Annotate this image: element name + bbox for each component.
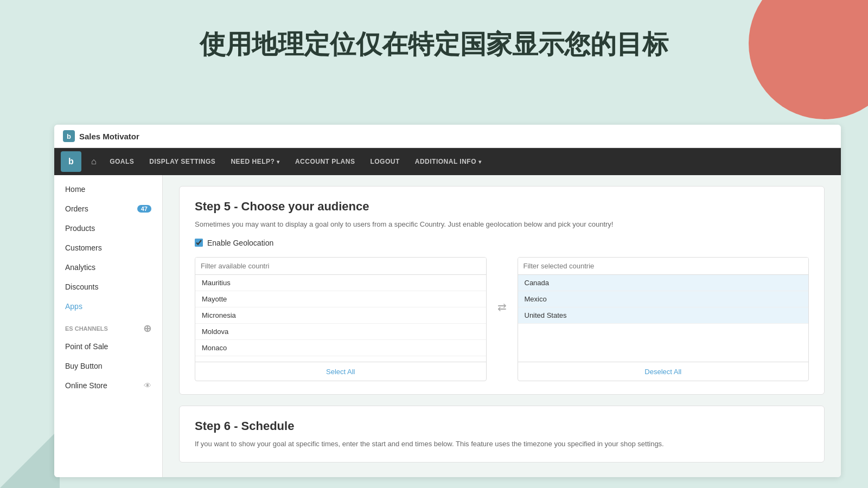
step5-title: Step 5 - Choose your audience: [195, 200, 809, 214]
nav-item-home[interactable]: ⌂: [86, 150, 102, 173]
geo-checkbox[interactable]: [195, 239, 203, 247]
sidebar-item-pos[interactable]: Point of Sale: [54, 337, 162, 356]
step6-title: Step 6 - Schedule: [195, 419, 809, 433]
sidebar-item-analytics[interactable]: Analytics: [54, 258, 162, 277]
sidebar-item-discounts[interactable]: Discounts: [54, 277, 162, 297]
sidebar: Home Orders 47 Products Customers Analyt…: [54, 175, 163, 477]
orders-badge: 47: [137, 205, 151, 213]
step5-card: Step 5 - Choose your audience Sometimes …: [179, 186, 825, 395]
sidebar-item-online-store[interactable]: Online Store 👁: [54, 376, 162, 395]
geo-label: Enable Geolocation: [207, 239, 273, 247]
step5-desc: Sometimes you may want to display a goal…: [195, 219, 809, 230]
nav-item-logout[interactable]: LOGOUT: [362, 151, 407, 172]
step6-card: Step 6 - Schedule If you want to show yo…: [179, 406, 825, 463]
need-help-chevron: ▾: [277, 159, 280, 165]
page-title: 使用地理定位仅在特定国家显示您的目标: [0, 27, 868, 62]
nav-bar: b ⌂ GOALS DISPLAY SETTINGS NEED HELP? ▾ …: [54, 148, 841, 175]
available-country-item[interactable]: Mayotte: [195, 291, 486, 307]
selected-countries-wrapper: CanadaMexicoUnited States Deselect All: [518, 257, 809, 381]
nav-item-display-settings[interactable]: DISPLAY SETTINGS: [142, 151, 223, 172]
selected-country-item[interactable]: Canada: [518, 275, 809, 291]
available-country-item[interactable]: Mauritius: [195, 275, 486, 291]
select-all-button[interactable]: Select All: [326, 368, 355, 376]
sidebar-item-apps[interactable]: Apps: [54, 297, 162, 316]
nav-logo: b: [61, 151, 81, 172]
available-country-list: MauritiusMayotteMicronesiaMoldovaMonacoM…: [195, 275, 486, 362]
main-window: b Sales Motivator b ⌂ GOALS DISPLAY SETT…: [54, 125, 841, 477]
deselect-all-button[interactable]: Deselect All: [644, 368, 681, 376]
available-countries-wrapper: MauritiusMayotteMicronesiaMoldovaMonacoM…: [195, 257, 487, 381]
nav-item-need-help[interactable]: NEED HELP? ▾: [223, 151, 288, 172]
additional-info-chevron: ▾: [478, 159, 482, 165]
app-logo: b: [63, 130, 75, 142]
content-area: Step 5 - Choose your audience Sometimes …: [163, 175, 841, 477]
nav-item-account-plans[interactable]: ACCOUNT PLANS: [288, 151, 363, 172]
transfer-arrows[interactable]: ⇄: [495, 300, 509, 313]
selected-filter-input[interactable]: [518, 258, 809, 275]
add-channel-icon[interactable]: ⊕: [143, 323, 151, 335]
step6-desc: If you want to show your goal at specifi…: [195, 439, 809, 450]
app-name: Sales Motivator: [79, 132, 139, 141]
selected-country-list: CanadaMexicoUnited States: [518, 275, 809, 362]
selected-country-item[interactable]: United States: [518, 307, 809, 324]
online-store-eye-icon: 👁: [144, 381, 151, 390]
sidebar-section-channels: ES CHANNELS ⊕: [54, 316, 162, 337]
sidebar-item-buy-button[interactable]: Buy Button: [54, 356, 162, 376]
sidebar-item-home[interactable]: Home: [54, 179, 162, 199]
nav-item-additional-info[interactable]: ADDITIONAL INFO ▾: [407, 151, 489, 172]
available-country-item[interactable]: Micronesia: [195, 307, 486, 324]
available-filter-input[interactable]: [195, 258, 486, 275]
nav-item-goals[interactable]: GOALS: [102, 151, 142, 172]
geo-row: Enable Geolocation: [195, 239, 809, 247]
country-lists: MauritiusMayotteMicronesiaMoldovaMonacoM…: [195, 257, 809, 381]
available-action-row: Select All: [195, 362, 486, 381]
selected-country-item[interactable]: Mexico: [518, 291, 809, 307]
available-country-item[interactable]: Moldova: [195, 324, 486, 340]
available-country-item[interactable]: Mongolia: [195, 356, 486, 362]
sidebar-item-products[interactable]: Products: [54, 219, 162, 238]
sidebar-item-orders[interactable]: Orders 47: [54, 199, 162, 219]
deco-triangle: [0, 428, 60, 488]
window-header: b Sales Motivator: [54, 125, 841, 148]
selected-action-row: Deselect All: [518, 362, 809, 381]
main-layout: Home Orders 47 Products Customers Analyt…: [54, 175, 841, 477]
available-country-item[interactable]: Monaco: [195, 340, 486, 356]
sidebar-item-customers[interactable]: Customers: [54, 238, 162, 258]
